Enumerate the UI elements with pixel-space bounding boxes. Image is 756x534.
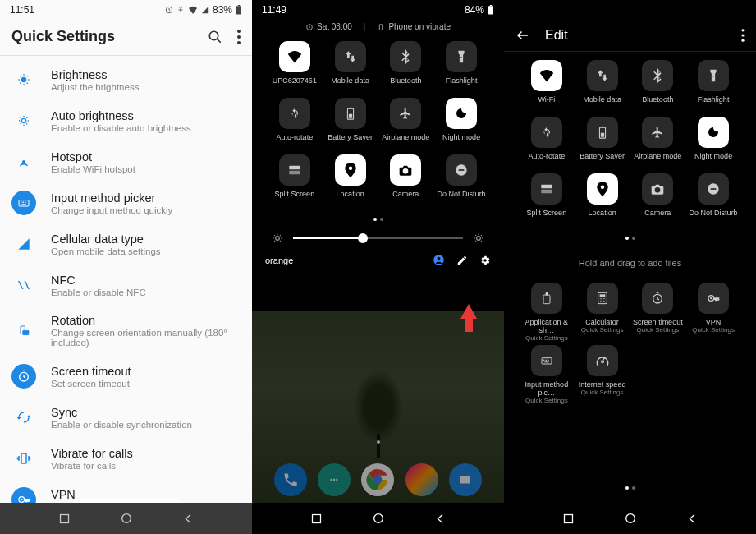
settings-icon[interactable] <box>479 255 491 266</box>
vpn-icon <box>698 283 729 314</box>
nav-home-icon[interactable] <box>120 512 133 525</box>
nav-recent-icon[interactable] <box>58 513 71 525</box>
svg-rect-46 <box>312 514 320 522</box>
tile-flashlight[interactable]: Flashlight <box>685 60 741 113</box>
svg-rect-69 <box>542 358 552 364</box>
page-title: Quick Settings <box>11 28 115 45</box>
tile-label: Mobile data <box>583 95 621 113</box>
setting-item-timeout[interactable]: Screen timeout Set screen timeout <box>0 356 252 397</box>
search-icon[interactable] <box>208 30 222 44</box>
tile-label: Split Screen <box>527 209 567 227</box>
brightness-slider[interactable] <box>293 237 463 239</box>
more-icon[interactable] <box>741 29 745 42</box>
item-subtitle: Enable or disable auto brightness <box>51 123 241 133</box>
tile-split[interactable]: Split Screen <box>519 173 575 227</box>
nav-recent-icon[interactable] <box>310 513 323 525</box>
nav-back-icon[interactable] <box>182 513 195 525</box>
tile-timeout[interactable]: Screen timeoutQuick Settings <box>630 283 686 342</box>
setting-item-hotspot[interactable]: Hotspot Enable WiFi hotspot <box>0 141 252 182</box>
setting-item-nfc[interactable]: NFC Enable or disable NFC <box>0 265 252 306</box>
setting-item-vibrate[interactable]: Vibrate for calls Vibrate for calls <box>0 438 252 479</box>
nav-back-icon[interactable] <box>434 513 447 525</box>
tile-wifi[interactable]: UPC6207461 <box>267 41 323 94</box>
timeout-icon <box>642 283 673 314</box>
carrier-label: orange <box>265 255 293 265</box>
tile-label: Battery Saver <box>328 133 373 151</box>
keyboard-icon <box>531 345 562 376</box>
nav-recent-icon[interactable] <box>562 513 575 525</box>
setting-item-auto-brightness[interactable]: Auto brightness Enable or disable auto b… <box>0 100 252 141</box>
svg-point-20 <box>21 499 23 501</box>
battery-percent: 83% <box>213 4 232 16</box>
tile-camera[interactable]: Camera <box>630 173 686 227</box>
tile-label: Airplane mode <box>382 133 429 151</box>
nfc-icon <box>11 273 36 297</box>
item-subtitle: Open mobile data settings <box>51 246 241 256</box>
tile-data[interactable]: Mobile data <box>323 41 378 94</box>
setting-item-keyboard[interactable]: Input method picker Change input method … <box>0 182 252 223</box>
tile-rotate[interactable]: Auto-rotate <box>519 117 575 170</box>
night-icon <box>698 117 729 148</box>
tile-bluetooth[interactable]: Bluetooth <box>630 60 686 113</box>
tile-wifi[interactable]: Wi-Fi <box>519 60 575 113</box>
svg-point-65 <box>603 301 604 302</box>
tile-location[interactable]: Location <box>323 154 378 208</box>
tile-keyboard[interactable]: Input method pic…Quick Settings <box>519 345 575 404</box>
chrome-app-icon[interactable] <box>361 463 394 496</box>
tile-rotate[interactable]: Auto-rotate <box>267 98 323 151</box>
split-icon <box>531 173 562 205</box>
tile-night[interactable]: Night mode <box>685 117 741 170</box>
svg-rect-57 <box>711 188 717 189</box>
more-icon[interactable] <box>237 30 241 44</box>
user-icon[interactable] <box>433 254 445 266</box>
tile-airplane[interactable]: Airplane mode <box>378 98 434 151</box>
tile-location[interactable]: Location <box>575 173 630 227</box>
tile-label: Bluetooth <box>390 76 421 94</box>
setting-item-sync[interactable]: Sync Enable or disable synchronization <box>0 397 252 438</box>
camera-icon <box>390 154 421 186</box>
files-app-icon[interactable] <box>449 463 482 496</box>
tile-dnd[interactable]: Do Not Disturb <box>685 173 741 227</box>
brightness-auto-icon[interactable] <box>473 232 484 244</box>
tile-label: Do Not Disturb <box>438 190 486 208</box>
tile-battery[interactable]: Battery Saver <box>323 98 378 151</box>
tile-flashlight[interactable]: Flashlight <box>433 41 489 94</box>
setting-item-signal[interactable]: Cellular data type Open mobile data sett… <box>0 223 252 265</box>
carrier-row: orange <box>252 249 504 269</box>
item-title: Auto brightness <box>51 109 241 122</box>
tile-airplane[interactable]: Airplane mode <box>630 117 686 170</box>
tile-label: Battery Saver <box>580 152 625 170</box>
svg-point-40 <box>336 479 338 481</box>
tile-label: Do Not Disturb <box>690 209 738 227</box>
messages-app-icon[interactable] <box>318 463 351 496</box>
svg-point-75 <box>625 514 635 523</box>
nav-home-icon[interactable] <box>624 512 637 525</box>
tile-battery[interactable]: Battery Saver <box>575 117 630 170</box>
item-title: Rotation <box>51 314 241 327</box>
back-icon[interactable] <box>515 28 530 43</box>
tile-calc[interactable]: CalculatorQuick Settings <box>575 283 630 342</box>
tile-night[interactable]: Night mode <box>433 98 489 151</box>
setting-item-brightness[interactable]: Brightness Adjust the brightness <box>0 59 252 100</box>
tile-app[interactable]: Application & sh…Quick Settings <box>519 283 575 342</box>
nav-back-icon[interactable] <box>686 513 699 525</box>
tile-dnd[interactable]: Do Not Disturb <box>433 154 489 208</box>
bluetooth-icon <box>642 60 673 91</box>
edit-icon[interactable] <box>456 255 468 266</box>
svg-point-64 <box>600 301 601 302</box>
page-header: Quick Settings <box>0 20 252 56</box>
svg-point-22 <box>121 514 131 523</box>
tile-split[interactable]: Split Screen <box>267 154 323 208</box>
tile-bluetooth[interactable]: Bluetooth <box>378 41 434 94</box>
tile-data[interactable]: Mobile data <box>575 60 630 113</box>
phone-app-icon[interactable] <box>274 463 307 496</box>
svg-point-38 <box>330 479 332 481</box>
page-indicator-bottom <box>504 480 756 496</box>
tile-speed[interactable]: Internet speedQuick Settings <box>575 345 630 404</box>
tile-vpn[interactable]: VPNQuick Settings <box>685 283 741 342</box>
nav-home-icon[interactable] <box>372 512 385 525</box>
tile-camera[interactable]: Camera <box>378 154 434 208</box>
setting-item-rotation[interactable]: Rotation Change screen orientation manua… <box>0 306 252 356</box>
gallery-app-icon[interactable] <box>405 463 438 496</box>
night-icon <box>446 98 477 129</box>
